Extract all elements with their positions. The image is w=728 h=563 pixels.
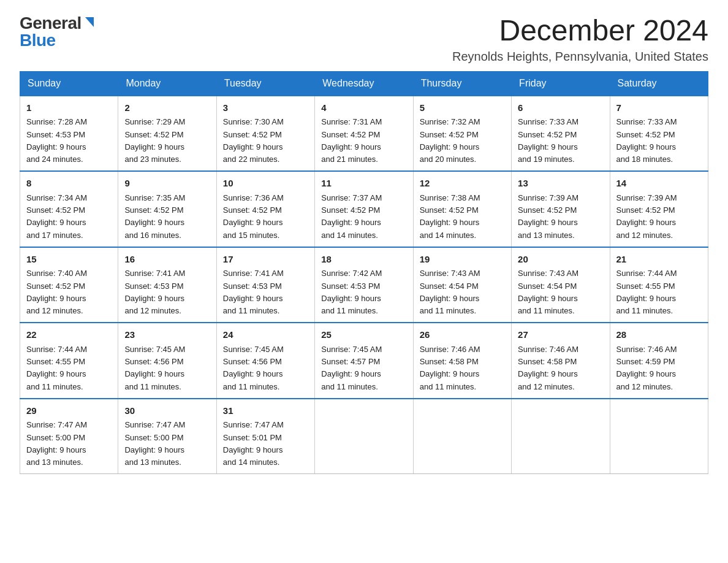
day-info: Sunrise: 7:42 AMSunset: 4:53 PMDaylight:…: [321, 269, 382, 315]
day-info: Sunrise: 7:33 AMSunset: 4:52 PMDaylight:…: [518, 117, 578, 164]
calendar-cell: 9 Sunrise: 7:35 AMSunset: 4:52 PMDayligh…: [118, 171, 216, 247]
day-number: 16: [124, 253, 210, 267]
calendar-cell: 20 Sunrise: 7:43 AMSunset: 4:54 PMDaylig…: [512, 247, 610, 323]
day-number: 15: [26, 253, 112, 267]
calendar-week-row: 1 Sunrise: 7:28 AMSunset: 4:53 PMDayligh…: [20, 96, 708, 172]
day-number: 13: [518, 177, 603, 191]
weekday-header-thursday: Thursday: [413, 71, 511, 96]
calendar-cell: 6 Sunrise: 7:33 AMSunset: 4:52 PMDayligh…: [512, 96, 610, 172]
month-title: December 2024: [452, 15, 708, 47]
day-info: Sunrise: 7:36 AMSunset: 4:52 PMDaylight:…: [223, 193, 284, 240]
day-number: 1: [26, 101, 112, 115]
day-info: Sunrise: 7:40 AMSunset: 4:52 PMDaylight:…: [26, 269, 87, 315]
day-info: Sunrise: 7:45 AMSunset: 4:56 PMDaylight:…: [223, 345, 284, 391]
day-info: Sunrise: 7:45 AMSunset: 4:57 PMDaylight:…: [321, 345, 382, 391]
location-title: Reynolds Heights, Pennsylvania, United S…: [452, 50, 708, 64]
calendar-cell: 30 Sunrise: 7:47 AMSunset: 5:00 PMDaylig…: [118, 399, 216, 474]
calendar-cell: 23 Sunrise: 7:45 AMSunset: 4:56 PMDaylig…: [118, 323, 216, 399]
day-info: Sunrise: 7:38 AMSunset: 4:52 PMDaylight:…: [420, 193, 480, 240]
calendar-cell: 21 Sunrise: 7:44 AMSunset: 4:55 PMDaylig…: [610, 247, 708, 323]
calendar-week-row: 29 Sunrise: 7:47 AMSunset: 5:00 PMDaylig…: [20, 399, 708, 474]
day-number: 10: [223, 177, 308, 191]
day-info: Sunrise: 7:46 AMSunset: 4:58 PMDaylight:…: [420, 345, 480, 391]
weekday-header-sunday: Sunday: [20, 71, 118, 96]
calendar-cell: 28 Sunrise: 7:46 AMSunset: 4:59 PMDaylig…: [610, 323, 708, 399]
day-number: 7: [616, 101, 702, 115]
day-number: 18: [321, 253, 406, 267]
calendar-cell: 18 Sunrise: 7:42 AMSunset: 4:53 PMDaylig…: [315, 247, 413, 323]
calendar-cell: 27 Sunrise: 7:46 AMSunset: 4:58 PMDaylig…: [512, 323, 610, 399]
day-info: Sunrise: 7:46 AMSunset: 4:59 PMDaylight:…: [616, 345, 677, 391]
day-info: Sunrise: 7:46 AMSunset: 4:58 PMDaylight:…: [518, 345, 578, 391]
day-info: Sunrise: 7:41 AMSunset: 4:53 PMDaylight:…: [124, 269, 185, 315]
day-info: Sunrise: 7:30 AMSunset: 4:52 PMDaylight:…: [223, 117, 284, 164]
calendar-cell: 10 Sunrise: 7:36 AMSunset: 4:52 PMDaylig…: [216, 171, 314, 247]
day-info: Sunrise: 7:35 AMSunset: 4:52 PMDaylight:…: [124, 193, 185, 240]
day-number: 19: [420, 253, 505, 267]
day-info: Sunrise: 7:45 AMSunset: 4:56 PMDaylight:…: [124, 345, 185, 391]
calendar-cell: 22 Sunrise: 7:44 AMSunset: 4:55 PMDaylig…: [20, 323, 118, 399]
day-info: Sunrise: 7:44 AMSunset: 4:55 PMDaylight:…: [616, 269, 677, 315]
calendar-week-row: 15 Sunrise: 7:40 AMSunset: 4:52 PMDaylig…: [20, 247, 708, 323]
day-number: 31: [223, 404, 308, 418]
day-info: Sunrise: 7:39 AMSunset: 4:52 PMDaylight:…: [518, 193, 578, 240]
day-number: 25: [321, 328, 406, 342]
day-info: Sunrise: 7:47 AMSunset: 5:01 PMDaylight:…: [223, 420, 284, 467]
logo: General Blue: [20, 15, 96, 49]
day-number: 22: [26, 328, 112, 342]
day-info: Sunrise: 7:47 AMSunset: 5:00 PMDaylight:…: [124, 420, 185, 467]
day-number: 24: [223, 328, 308, 342]
day-number: 23: [124, 328, 210, 342]
day-info: Sunrise: 7:43 AMSunset: 4:54 PMDaylight:…: [420, 269, 480, 315]
page-header: General Blue December 2024 Reynolds Heig…: [20, 15, 708, 64]
day-number: 2: [124, 101, 210, 115]
day-info: Sunrise: 7:34 AMSunset: 4:52 PMDaylight:…: [26, 193, 87, 240]
calendar-cell: 5 Sunrise: 7:32 AMSunset: 4:52 PMDayligh…: [413, 96, 511, 172]
weekday-header-tuesday: Tuesday: [216, 71, 314, 96]
day-info: Sunrise: 7:43 AMSunset: 4:54 PMDaylight:…: [518, 269, 578, 315]
weekday-header-saturday: Saturday: [610, 71, 708, 96]
calendar-cell: 13 Sunrise: 7:39 AMSunset: 4:52 PMDaylig…: [512, 171, 610, 247]
day-info: Sunrise: 7:28 AMSunset: 4:53 PMDaylight:…: [26, 117, 87, 164]
calendar-cell: [512, 399, 610, 474]
day-number: 21: [616, 253, 702, 267]
logo-general-text: General: [20, 15, 82, 32]
calendar-cell: [413, 399, 511, 474]
weekday-header-monday: Monday: [118, 71, 216, 96]
calendar-cell: 8 Sunrise: 7:34 AMSunset: 4:52 PMDayligh…: [20, 171, 118, 247]
calendar-cell: 2 Sunrise: 7:29 AMSunset: 4:52 PMDayligh…: [118, 96, 216, 172]
calendar-cell: 4 Sunrise: 7:31 AMSunset: 4:52 PMDayligh…: [315, 96, 413, 172]
day-number: 11: [321, 177, 406, 191]
weekday-header-row: SundayMondayTuesdayWednesdayThursdayFrid…: [20, 71, 708, 96]
logo-arrow-icon: [83, 16, 96, 29]
svg-marker-0: [85, 17, 94, 27]
calendar-cell: 17 Sunrise: 7:41 AMSunset: 4:53 PMDaylig…: [216, 247, 314, 323]
calendar-week-row: 8 Sunrise: 7:34 AMSunset: 4:52 PMDayligh…: [20, 171, 708, 247]
day-number: 17: [223, 253, 308, 267]
calendar-cell: 11 Sunrise: 7:37 AMSunset: 4:52 PMDaylig…: [315, 171, 413, 247]
day-number: 27: [518, 328, 603, 342]
calendar-cell: 16 Sunrise: 7:41 AMSunset: 4:53 PMDaylig…: [118, 247, 216, 323]
day-info: Sunrise: 7:44 AMSunset: 4:55 PMDaylight:…: [26, 345, 87, 391]
calendar-table: SundayMondayTuesdayWednesdayThursdayFrid…: [20, 71, 708, 475]
day-number: 5: [420, 101, 505, 115]
calendar-cell: [315, 399, 413, 474]
day-number: 14: [616, 177, 702, 191]
day-info: Sunrise: 7:33 AMSunset: 4:52 PMDaylight:…: [616, 117, 677, 164]
day-number: 9: [124, 177, 210, 191]
calendar-cell: 7 Sunrise: 7:33 AMSunset: 4:52 PMDayligh…: [610, 96, 708, 172]
calendar-cell: 14 Sunrise: 7:39 AMSunset: 4:52 PMDaylig…: [610, 171, 708, 247]
weekday-header-wednesday: Wednesday: [315, 71, 413, 96]
day-info: Sunrise: 7:31 AMSunset: 4:52 PMDaylight:…: [321, 117, 382, 164]
calendar-cell: 24 Sunrise: 7:45 AMSunset: 4:56 PMDaylig…: [216, 323, 314, 399]
day-number: 6: [518, 101, 603, 115]
day-number: 3: [223, 101, 308, 115]
day-number: 12: [420, 177, 505, 191]
logo-blue-text: Blue: [20, 32, 96, 49]
day-number: 30: [124, 404, 210, 418]
calendar-cell: 26 Sunrise: 7:46 AMSunset: 4:58 PMDaylig…: [413, 323, 511, 399]
day-info: Sunrise: 7:39 AMSunset: 4:52 PMDaylight:…: [616, 193, 677, 240]
calendar-cell: 29 Sunrise: 7:47 AMSunset: 5:00 PMDaylig…: [20, 399, 118, 474]
calendar-cell: 1 Sunrise: 7:28 AMSunset: 4:53 PMDayligh…: [20, 96, 118, 172]
day-number: 28: [616, 328, 702, 342]
